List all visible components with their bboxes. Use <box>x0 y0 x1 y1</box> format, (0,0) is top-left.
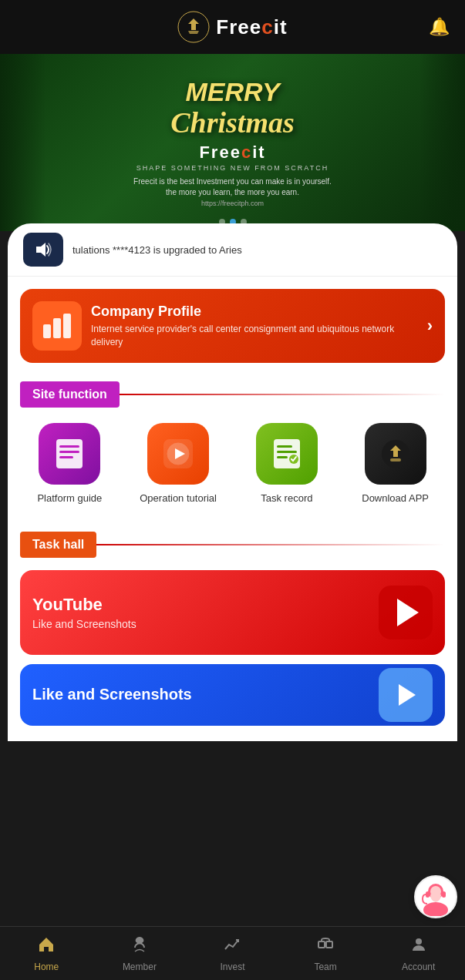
logo-it: it <box>274 15 288 39</box>
notification-bell-icon[interactable]: 🔔 <box>429 17 450 37</box>
banner-text-block: MERRY Christmas Freecit SHAPE SOMETHING … <box>133 78 333 206</box>
youtube-play-button[interactable] <box>379 586 433 639</box>
nav-invest-label: Invest <box>220 962 244 972</box>
download-app-item[interactable]: Download APP <box>353 423 438 505</box>
logo-free: Free <box>216 15 261 39</box>
company-profile-card[interactable]: Company Profile Internet service provide… <box>20 289 445 363</box>
task-hall-tag: Task hall <box>20 532 96 558</box>
logo: Freecit <box>177 11 287 43</box>
main-card: tulations ****4123 is upgraded to Aries … <box>8 223 457 741</box>
svg-rect-25 <box>326 941 332 948</box>
logo-text: Freecit <box>216 15 287 39</box>
youtube-task-card[interactable]: YouTube Like and Screenshots <box>20 570 445 655</box>
pine-decoration-right <box>419 54 465 231</box>
company-profile-arrow-icon: › <box>427 316 433 336</box>
bar-chart-icon <box>40 309 74 343</box>
task-record-item[interactable]: Task record <box>244 423 329 505</box>
youtube-task-title: YouTube <box>32 595 136 615</box>
banner-merry: MERRY <box>133 78 333 106</box>
task-hall-header: Task hall <box>20 532 445 558</box>
task-record-label: Task record <box>261 492 312 505</box>
like-screenshots-card[interactable]: Like and Screenshots <box>20 664 445 726</box>
platform-guide-icon <box>39 423 100 485</box>
company-profile-icon <box>32 301 82 351</box>
logo-cit: c <box>261 15 273 39</box>
header: Freecit 🔔 <box>0 0 465 54</box>
site-functions-grid: Platform guide Operation tutorial <box>8 408 457 513</box>
svg-marker-1 <box>36 243 45 257</box>
invest-icon <box>223 935 241 958</box>
account-icon <box>409 935 428 958</box>
blue-play-icon <box>399 684 416 706</box>
blue-play-button[interactable] <box>379 668 433 722</box>
banner-tagline: SHAPE SOMETHING NEW FROM SCRATCH <box>133 164 333 172</box>
svg-rect-12 <box>274 439 300 468</box>
nav-account-label: Account <box>402 962 435 972</box>
banner-description: Freecit is the best Investment you can m… <box>133 176 333 198</box>
speaker-icon <box>33 240 53 260</box>
nav-member-label: Member <box>123 962 157 972</box>
svg-rect-5 <box>56 439 83 468</box>
announcement-bar: tulations ****4123 is upgraded to Aries <box>8 223 457 277</box>
site-function-tag: Site function <box>20 381 120 408</box>
section-divider <box>120 394 445 395</box>
svg-rect-23 <box>442 891 446 898</box>
announcement-text: tulations ****4123 is upgraded to Aries <box>72 244 242 256</box>
home-icon <box>37 935 56 958</box>
company-profile-desc: Internet service provider's call center … <box>91 323 418 349</box>
svg-rect-24 <box>318 941 325 948</box>
nav-team-label: Team <box>314 962 336 972</box>
banner-christmas: Christmas <box>133 107 333 139</box>
svg-rect-2 <box>43 324 51 338</box>
svg-rect-18 <box>390 458 401 461</box>
play-icon <box>397 599 419 626</box>
sound-button[interactable] <box>23 233 63 267</box>
bottom-navigation: Home Member Invest Team <box>0 926 465 980</box>
svg-rect-4 <box>63 314 71 338</box>
support-agent-icon <box>416 878 455 916</box>
download-app-icon <box>365 423 426 485</box>
member-icon <box>130 935 149 958</box>
team-icon <box>316 935 335 958</box>
svg-point-26 <box>416 938 422 945</box>
platform-guide-item[interactable]: Platform guide <box>27 423 112 505</box>
operation-tutorial-icon <box>147 423 209 485</box>
company-profile-text: Company Profile Internet service provide… <box>91 304 418 349</box>
svg-rect-6 <box>59 445 79 448</box>
banner-brand: Freecit <box>133 143 333 163</box>
support-avatar[interactable] <box>414 875 457 918</box>
svg-rect-7 <box>59 451 79 453</box>
like-screenshots-title: Like and Screenshots <box>32 686 192 703</box>
platform-guide-label: Platform guide <box>37 492 102 505</box>
youtube-task-subtitle: Like and Screenshots <box>32 618 136 630</box>
pine-decoration-left <box>0 54 46 231</box>
site-function-header: Site function <box>20 381 445 408</box>
svg-rect-8 <box>59 456 73 458</box>
task-section-divider <box>96 544 445 545</box>
nav-home-label: Home <box>34 962 59 972</box>
nav-account[interactable]: Account <box>388 929 450 978</box>
company-profile-title: Company Profile <box>91 304 418 320</box>
promo-banner: MERRY Christmas Freecit SHAPE SOMETHING … <box>0 54 465 231</box>
operation-tutorial-item[interactable]: Operation tutorial <box>136 423 221 505</box>
nav-home[interactable]: Home <box>15 929 77 978</box>
nav-team[interactable]: Team <box>295 929 356 978</box>
task-record-icon <box>256 423 318 485</box>
freecit-logo-icon <box>177 11 210 43</box>
operation-tutorial-label: Operation tutorial <box>140 492 217 505</box>
svg-rect-14 <box>277 451 297 453</box>
svg-rect-13 <box>277 445 292 448</box>
svg-rect-22 <box>426 891 430 898</box>
banner-content: MERRY Christmas Freecit SHAPE SOMETHING … <box>0 54 465 231</box>
banner-url: https://freecitph.com <box>133 200 333 207</box>
nav-member[interactable]: Member <box>109 929 170 978</box>
svg-rect-15 <box>277 456 288 458</box>
svg-rect-3 <box>53 318 61 338</box>
download-app-label: Download APP <box>362 492 429 505</box>
nav-invest[interactable]: Invest <box>201 929 263 978</box>
youtube-task-text: YouTube Like and Screenshots <box>32 595 136 630</box>
